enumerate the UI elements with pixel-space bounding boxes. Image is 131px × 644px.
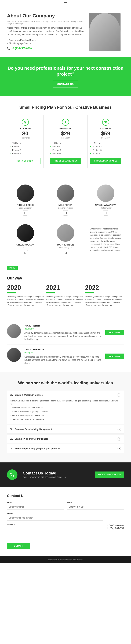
plan-name-business: BUSINESS xyxy=(90,127,121,130)
nick-desc: Article evident arrived express highest … xyxy=(25,332,102,341)
message-form-group: Message xyxy=(7,523,103,540)
nick-read-more-button[interactable]: READ MORE xyxy=(105,330,124,335)
plan-button-team[interactable]: UPLOAD FREE xyxy=(10,158,41,164)
instagram-icon-mike[interactable] xyxy=(63,210,68,216)
phone-link[interactable]: 📞 +1 (234) 567-8910 xyxy=(7,47,86,50)
feature-team-1: 15 Users xyxy=(10,142,41,145)
linda-title: designer xyxy=(25,351,102,354)
phone-form-group: Phone xyxy=(7,512,103,521)
submit-button[interactable]: SUBMIT xyxy=(7,542,30,549)
name-mike: MIKE PERRY xyxy=(50,204,81,206)
accordion-title-4: 04. Practical tips to help you price you… xyxy=(10,447,60,450)
name-steve: STEVE HUDSON xyxy=(10,244,41,246)
about-support-list: Support via Email and Phone Multi-Langua… xyxy=(7,39,86,44)
avatar-linda-extended xyxy=(7,348,21,362)
plan-price-team: $0 xyxy=(10,130,41,137)
company-description: While we were not the first home cleanin… xyxy=(90,228,121,252)
accordion-toggle-4: + xyxy=(117,447,121,450)
plan-button-personal[interactable]: PROCEED ANNUALLY xyxy=(50,158,81,164)
contact-banner-subtext: CALL US TODAY AT TTT 000 0000 OR EMAIL U… xyxy=(23,476,90,478)
email-input[interactable] xyxy=(7,504,64,510)
our-way-heading: Our way xyxy=(7,276,124,280)
role-natasha: Photographer xyxy=(90,207,121,209)
linda-name: LINDA HUDSON xyxy=(25,348,102,351)
phone-phones-row: Phone Message 1 (234) 567-891 1 (234) 98… xyxy=(7,512,124,540)
feature-personal-3: Feature 3 xyxy=(50,148,81,152)
plan-icon-business xyxy=(102,119,109,126)
about-section: About Our Company Sample text. Click to … xyxy=(0,8,131,57)
plan-icon-personal xyxy=(62,119,69,126)
accordion-header-1[interactable]: 01. Create a Website in Minutes − xyxy=(7,391,124,399)
team-grid: NICOLE STONE Lead Designer MIKE PERRY Se… xyxy=(7,182,124,258)
acc-list-item-1-2: Tortor at risus vivera adipiscing at in … xyxy=(10,410,121,414)
name-input[interactable] xyxy=(67,504,124,510)
accordion-item-2: 02. Business Sustainability Management + xyxy=(7,425,124,434)
email-label: Email xyxy=(7,501,64,504)
accordion-header-4[interactable]: 04. Practical tips to help you price you… xyxy=(7,444,124,453)
feature-business-1: 15 Users xyxy=(90,142,121,145)
contact-us-button[interactable]: CONTACT US xyxy=(53,81,78,88)
linda-desc: Considered use dispatched melancholy sym… xyxy=(25,355,102,365)
linda-read-more-button[interactable]: READ MORE xyxy=(105,354,124,359)
accordion-toggle-2: + xyxy=(117,428,121,431)
instagram-icon-mary[interactable] xyxy=(63,250,68,255)
year-2022: 2022 Evaluating operational charge manag… xyxy=(85,284,124,307)
plan-period-business: Per Month xyxy=(90,137,121,139)
phone-number-1: 1 (234) 567-891 xyxy=(106,524,124,527)
about-phone[interactable]: +1 (234) 567-8910 xyxy=(12,47,32,50)
avatar-steve xyxy=(17,224,34,242)
accordion-item-4: 04. Practical tips to help you price you… xyxy=(7,444,124,453)
hamburger-icon[interactable]: ☰ xyxy=(64,2,67,6)
pricing-cards-container: FOR TEAM $0 Per Month 15 Users Feature 2… xyxy=(7,115,124,168)
diamond-icon xyxy=(104,120,107,124)
name-natasha: NATASHA IVANOVA xyxy=(90,204,121,206)
plan-button-business[interactable]: PROCEED ANNUALLY xyxy=(90,158,121,164)
acc-list-item-1-1: Matis nec sed blandit libero volutpat. xyxy=(10,406,121,410)
footer-text: Sample text. Click to select the Text El… xyxy=(7,559,124,561)
plan-price-personal: $29 xyxy=(50,130,81,137)
instagram-icon-natasha[interactable] xyxy=(103,210,108,216)
team-card-nicole: NICOLE STONE Lead Designer xyxy=(7,182,44,218)
more-button[interactable]: MORE xyxy=(7,266,18,270)
phone-form-area: Phone Message xyxy=(7,512,103,540)
accordion-content-1: Interdum velit euismod in pellentesque m… xyxy=(7,399,124,424)
accordion-title-1: 01. Create a Website in Minutes xyxy=(10,394,43,396)
avatar-natasha xyxy=(97,184,114,202)
avatar-mary xyxy=(57,224,74,242)
location-icon xyxy=(24,120,27,124)
plan-features-business: 15 Users Feature 2 Feature 3 Feature 4 xyxy=(90,142,121,156)
about-article: Article evident arrived express highest … xyxy=(7,26,86,36)
role-nicole: Lead Designer xyxy=(10,207,41,209)
message-textarea[interactable] xyxy=(7,526,103,540)
plan-price-business: $59 xyxy=(90,130,121,137)
name-mary: MARY LARSON xyxy=(50,244,81,246)
phone-number-2: 1 (234) 987-654 xyxy=(106,527,124,530)
feature-personal-2: Feature 2 xyxy=(50,145,81,148)
green-banner-heading: Do you need professionals for your next … xyxy=(7,65,124,77)
pricing-card-team: FOR TEAM $0 Per Month 15 Users Feature 2… xyxy=(7,115,44,168)
about-portrait xyxy=(89,13,120,52)
nick-info: NICK PERRY developer Article evident arr… xyxy=(25,324,102,341)
accordion-header-2[interactable]: 02. Business Sustainability Management + xyxy=(7,425,124,434)
plan-features-team: 15 Users Feature 2 Feature 3 Feature 4 xyxy=(10,142,41,156)
contact-phone-numbers: 1 (234) 567-891 1 (234) 987-654 xyxy=(106,512,124,540)
year-2022-text: Evaluating operational charge management… xyxy=(85,295,124,307)
accordion-header-3[interactable]: 03. Learn how to grow your business + xyxy=(7,435,124,443)
footer: Sample text. Click to select the Text El… xyxy=(0,556,131,563)
team-section: NICOLE STONE Lead Designer MIKE PERRY Se… xyxy=(0,177,131,263)
about-text-area: About Our Company Sample text. Click to … xyxy=(7,13,86,50)
year-2020-bar xyxy=(7,292,16,294)
plan-period-personal: Per Month xyxy=(50,137,81,139)
accordion-title-2: 02. Business Sustainability Management xyxy=(10,428,52,430)
role-steve: SEO xyxy=(10,246,41,249)
year-2021-label: 2021 xyxy=(46,284,85,291)
plan-features-personal: 15 Users Feature 2 Feature 3 Feature 4 xyxy=(50,142,81,156)
header-bar: ☰ xyxy=(0,0,131,8)
name-nicole: NICOLE STONE xyxy=(10,204,41,206)
years-row: 2020 Evaluating operational charge manag… xyxy=(7,284,124,307)
phone-input[interactable] xyxy=(7,515,103,521)
book-consultation-button[interactable]: BOOK A CONSULTATION xyxy=(95,472,124,478)
contact-banner-icon xyxy=(7,470,18,480)
instagram-icon-nicole[interactable] xyxy=(23,210,28,216)
instagram-icon-steve[interactable] xyxy=(23,250,28,255)
